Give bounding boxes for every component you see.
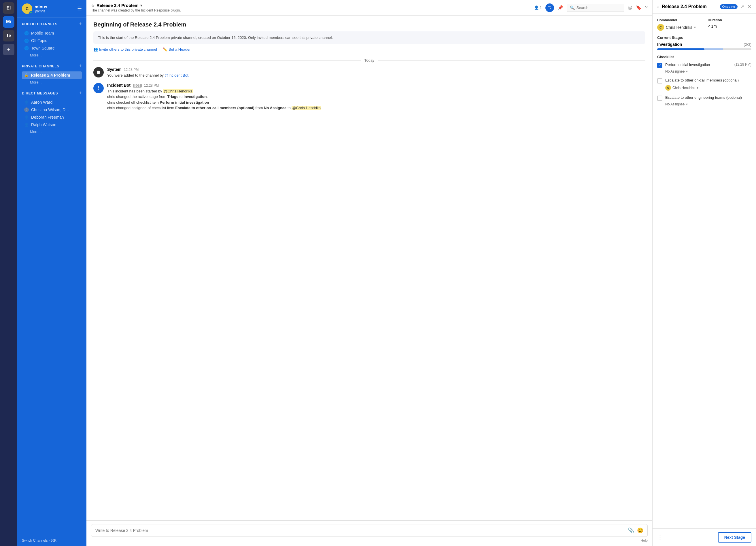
shield-button[interactable]: 🛡 [545,3,554,12]
lock-icon: 🔒 [24,73,29,77]
sidebar-header: C minus @chris ☰ [17,0,86,18]
star-icon[interactable]: ☆ [91,3,95,8]
dm-christina-wilson[interactable]: 2 Christina Wilson, D... [22,106,82,114]
help-label: Help [91,539,648,543]
assignee-name-2: Chris Hendriks [672,86,695,90]
channel-title: ☆ Release 2.4 Problem ▾ [91,3,531,8]
checklist-item-3: Escalate to other engineering teams (opt… [657,95,751,106]
panel-body: Commander C Chris Hendriks ▾ Duration < … [653,14,756,528]
checkbox-1[interactable]: ✓ [657,63,662,68]
sidebar-item-release-problem[interactable]: 🔒 Release 2.4 Problem [22,71,82,79]
chevron-down-icon[interactable]: ▾ [694,25,696,29]
private-channels-label: PRIVATE CHANNELS [22,64,59,68]
message-input-box: 📎 😊 [91,524,648,537]
sidebar-item-label: Off-Topic [31,38,47,43]
mention-chris2: @Chris Hendriks [292,106,321,110]
checklist-item-1-text: Perform initial investigation [665,63,732,67]
invite-icon: 👥 [93,47,98,52]
workspace-el[interactable]: El [3,2,14,14]
sidebar-item-mobile-team[interactable]: 🌐 Mobile Team [22,29,82,37]
bookmark-icon[interactable]: 🔖 [636,5,642,10]
checklist-item-1-time: (12:28 PM) [734,63,751,67]
more-options-icon[interactable]: ⋮ [657,534,664,541]
close-icon[interactable]: ✕ [747,3,751,10]
chevron-down-icon[interactable]: ▾ [686,102,688,106]
switch-channels[interactable]: Switch Channels - ⌘K [17,535,86,546]
channel-info-box: This is the start of the Release 2.4 Pro… [93,31,645,44]
msg-time: 12:28 PM [124,68,139,72]
duration-label: Duration [708,18,752,22]
dm-ralph-watson[interactable]: 👤 Ralph Watson [22,121,82,129]
members-icon: 👤 [534,5,539,10]
private-channels-more[interactable]: More... [28,79,82,86]
dm-label: DIRECT MESSAGES [22,91,58,95]
checkbox-3[interactable] [657,96,662,101]
add-workspace-button[interactable]: + [3,44,14,55]
hamburger-menu[interactable]: ☰ [77,5,82,12]
checklist-item-1: ✓ Perform initial investigation (12:28 P… [657,63,751,73]
chevron-down-icon[interactable]: ▾ [686,69,688,73]
message-input-area: 📎 😊 Help [86,520,652,546]
public-channels-more[interactable]: More... [28,52,82,58]
workspace-te[interactable]: Te [3,30,14,41]
checklist-item-3-text: Escalate to other engineering teams (opt… [665,95,751,100]
sidebar-item-label: Mobile Team [31,31,54,35]
workspace-mi[interactable]: Mi [3,16,14,28]
private-channels-header: PRIVATE CHANNELS + [22,63,82,69]
at-icon[interactable]: @ [628,5,632,10]
checklist-assignee-2[interactable]: C Chris Hendriks ▾ [665,85,751,91]
pin-icon[interactable]: 📌 [557,5,563,10]
members-button[interactable]: 👤 1 [534,5,542,10]
add-public-channel-button[interactable]: + [79,21,82,27]
user-info: minus @chris [35,4,47,13]
header-actions: 👤 1 🛡 📌 🔍 @ 🔖 ? [534,3,648,12]
stage-info: Investigation (2/3) [657,42,751,47]
progress-bar [657,48,751,50]
system-avatar: ⏺ [93,67,104,78]
checklist-item-1-header: ✓ Perform initial investigation (12:28 P… [657,63,751,68]
user-count-icon: 2 [24,107,29,112]
bot-badge: BOT [133,84,142,88]
emoji-icon[interactable]: 😊 [637,527,643,534]
help-icon[interactable]: ? [645,5,648,10]
sidebar-item-town-square[interactable]: 🌐 Town Square [22,44,82,52]
dm-deborah-freeman[interactable]: 👤 Deborah Freeman [22,114,82,121]
back-arrow-icon[interactable]: ‹ [657,4,659,10]
user-profile[interactable]: C minus @chris [22,3,47,14]
channel-name: Release 2.4 Problem [97,3,139,8]
dm-more[interactable]: More... [28,129,82,135]
checklist-label: Checklist [657,55,751,59]
assignee-label-3: No Assignee [665,102,685,106]
right-panel: ‹ Release 2.4 Problem Ongoing ⤢ ✕ Comman… [652,0,756,546]
expand-icon[interactable]: ⤢ [740,4,744,10]
public-channels-header: PUBLIC CHANNELS + [22,21,82,27]
invite-link[interactable]: 👥 Invite others to this private channel [93,47,157,52]
msg-header-system: System 12:28 PM [107,67,645,72]
dm-aaron-ward[interactable]: 👤 Aaron Ward [22,99,82,106]
add-dm-button[interactable]: + [79,90,82,96]
commander-avatar: C [657,24,664,31]
message-input[interactable] [95,528,625,533]
stage-name: Investigation [657,42,682,47]
sidebar-item-off-topic[interactable]: 🌐 Off-Topic [22,37,82,44]
online-status [29,11,32,14]
checkbox-2[interactable] [657,78,662,84]
chevron-down-icon[interactable]: ▾ [697,86,698,90]
checklist-assignee-1[interactable]: No Assignee ▾ [665,69,751,73]
duration-field: Duration < 1m [708,18,752,31]
add-private-channel-button[interactable]: + [79,63,82,69]
attachment-icon[interactable]: 📎 [628,527,634,534]
panel-header: ‹ Release 2.4 Problem Ongoing ⤢ ✕ [653,0,756,14]
mention-chris: @Chris Hendriks [163,89,192,93]
checklist-assignee-3[interactable]: No Assignee ▾ [665,102,751,106]
next-stage-button[interactable]: Next Stage [718,532,751,543]
set-header-link[interactable]: ✏️ Set a Header [163,47,191,52]
channel-actions: 👥 Invite others to this private channel … [93,47,645,52]
commander-value: C Chris Hendriks ▾ [657,24,701,31]
chevron-down-icon[interactable]: ▾ [140,3,142,7]
search-input[interactable] [577,5,621,10]
channel-beginning: Beginning of Release 2.4 Problem This is… [93,21,645,52]
checklist-item-2: Escalate to other on-call members (optio… [657,78,751,91]
current-stage-label: Current Stage: [657,35,751,40]
sidebar-item-label: Christina Wilson, D... [31,107,69,112]
